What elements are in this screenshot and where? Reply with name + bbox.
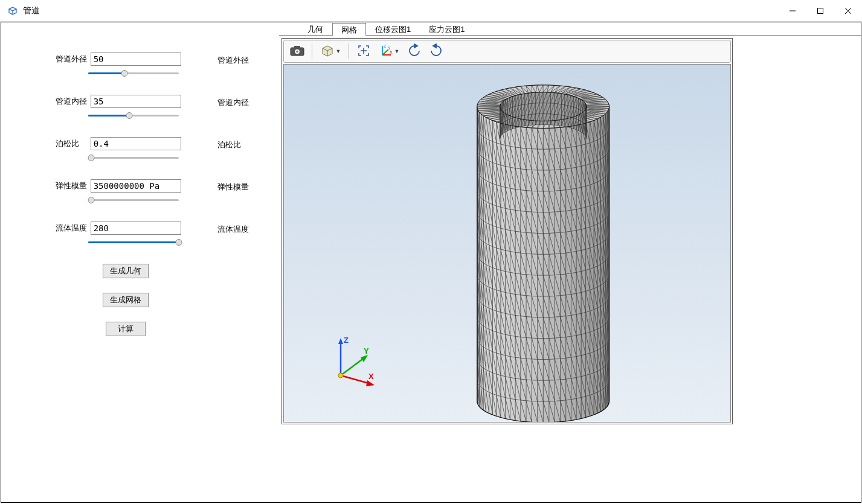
svg-marker-1388 bbox=[361, 355, 368, 362]
sidebar: 管道外径 管道外径 管道内径 管道内径 泊松比 bbox=[1, 22, 279, 351]
param-inner-diameter: 管道内径 管道内径 bbox=[56, 95, 267, 120]
param-outer-diameter: 管道外径 管道外径 bbox=[56, 53, 267, 78]
tab-stress-cloud[interactable]: 应力云图1 bbox=[420, 22, 474, 35]
svg-line-12 bbox=[382, 49, 388, 55]
svg-text:Z: Z bbox=[344, 336, 349, 345]
slider-inner-diameter[interactable] bbox=[88, 112, 179, 120]
titlebar: 管道 bbox=[0, 0, 862, 22]
slider-fluid-temp[interactable] bbox=[88, 238, 179, 247]
rotate-cw-icon bbox=[429, 43, 443, 60]
tab-displacement-cloud[interactable]: 位移云图1 bbox=[366, 22, 420, 35]
window-title: 管道 bbox=[23, 5, 40, 16]
axes-icon: ZXY bbox=[379, 44, 393, 59]
tab-mesh[interactable]: 网格 bbox=[332, 23, 366, 36]
param-poisson: 泊松比 泊松比 bbox=[56, 137, 267, 162]
camera-icon bbox=[289, 44, 305, 59]
svg-point-7 bbox=[296, 50, 298, 53]
param-fluid-temp: 流体温度 流体温度 bbox=[56, 222, 267, 247]
maximize-button[interactable] bbox=[806, 0, 834, 22]
param-elastic: 弹性模量 弹性模量 bbox=[56, 179, 267, 205]
svg-marker-1391 bbox=[366, 380, 375, 386]
view-cube-button[interactable]: ▼ bbox=[317, 42, 344, 60]
main-area: 几何 网格 位移云图1 应力云图1 ▼ ZXY▼ bbox=[279, 22, 861, 502]
input-poisson[interactable] bbox=[91, 137, 181, 150]
input-outer-diameter[interactable] bbox=[91, 53, 181, 66]
tab-geometry[interactable]: 几何 bbox=[298, 22, 332, 35]
viewer-toolbar: ▼ ZXY▼ bbox=[283, 40, 731, 63]
generate-mesh-button[interactable]: 生成网格 bbox=[103, 293, 149, 307]
slider-poisson[interactable] bbox=[88, 154, 179, 162]
axis-triad: Z Y X bbox=[327, 334, 382, 391]
cube-icon bbox=[320, 43, 335, 60]
rightlabel-poisson: 泊松比 bbox=[217, 137, 241, 150]
main-frame: 管道外径 管道外径 管道内径 管道内径 泊松比 bbox=[1, 22, 861, 503]
rotate-cw-button[interactable] bbox=[426, 42, 446, 60]
svg-text:X: X bbox=[368, 372, 374, 381]
rightlabel-inner-diameter: 管道内径 bbox=[217, 95, 249, 108]
app-icon bbox=[7, 5, 18, 16]
svg-rect-1 bbox=[818, 8, 823, 13]
input-fluid-temp[interactable] bbox=[91, 222, 181, 235]
minimize-button[interactable] bbox=[779, 0, 806, 22]
rotate-ccw-button[interactable] bbox=[404, 42, 425, 60]
rightlabel-fluid-temp: 流体温度 bbox=[217, 222, 249, 235]
compute-button[interactable]: 计算 bbox=[106, 322, 146, 336]
svg-text:Z: Z bbox=[384, 44, 387, 48]
slider-elastic[interactable] bbox=[88, 196, 179, 205]
svg-rect-5 bbox=[294, 46, 300, 48]
rightlabel-outer-diameter: 管道外径 bbox=[217, 53, 249, 66]
slider-outer-diameter[interactable] bbox=[88, 69, 179, 78]
generate-geometry-button[interactable]: 生成几何 bbox=[103, 264, 149, 278]
svg-line-1387 bbox=[341, 357, 365, 375]
tab-bar: 几何 网格 位移云图1 应力云图1 bbox=[279, 22, 861, 36]
svg-text:Y: Y bbox=[388, 46, 391, 50]
viewport-canvas[interactable]: Z Y X bbox=[283, 64, 731, 423]
viewer-frame: ▼ ZXY▼ Z Y X bbox=[281, 38, 733, 424]
label-outer-diameter: 管道外径 bbox=[56, 54, 88, 65]
fit-icon bbox=[357, 44, 370, 59]
input-elastic[interactable] bbox=[91, 179, 181, 193]
svg-text:Y: Y bbox=[364, 346, 369, 356]
screenshot-button[interactable] bbox=[287, 42, 307, 60]
chevron-down-icon: ▼ bbox=[336, 48, 341, 54]
chevron-down-icon: ▼ bbox=[394, 48, 400, 54]
svg-marker-1385 bbox=[338, 338, 343, 344]
axes-orientation-button[interactable]: ZXY▼ bbox=[375, 42, 403, 60]
close-button[interactable] bbox=[834, 0, 862, 22]
label-fluid-temp: 流体温度 bbox=[56, 223, 88, 234]
label-elastic: 弹性模量 bbox=[56, 180, 88, 191]
rightlabel-elastic: 弹性模量 bbox=[217, 179, 249, 193]
svg-line-1390 bbox=[341, 375, 371, 384]
fit-view-button[interactable] bbox=[353, 42, 374, 60]
label-inner-diameter: 管道内径 bbox=[56, 96, 88, 107]
input-inner-diameter[interactable] bbox=[91, 95, 181, 108]
rotate-ccw-icon bbox=[407, 43, 422, 60]
label-poisson: 泊松比 bbox=[56, 138, 88, 149]
svg-point-1393 bbox=[338, 373, 343, 378]
svg-text:X: X bbox=[390, 50, 393, 54]
